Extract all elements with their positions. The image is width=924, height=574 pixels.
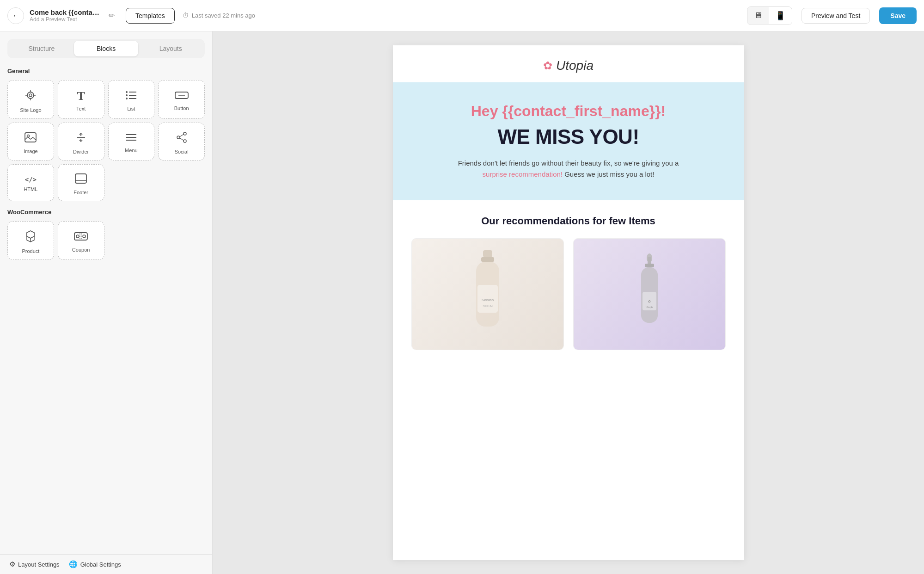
email-hero-title: WE MISS YOU! — [421, 125, 716, 148]
clock-icon: ⏱ — [182, 12, 189, 19]
desktop-icon: 🖥 — [754, 11, 762, 20]
preview-area: ✿ Utopia Hey {{contact_first_name}}! WE … — [213, 31, 924, 574]
woo-blocks-grid: Product Coupon — [7, 221, 205, 260]
svg-point-24 — [184, 140, 186, 142]
device-switcher: 🖥 📱 — [747, 6, 792, 25]
block-site-logo[interactable]: Site Logo — [7, 80, 54, 119]
general-section-label: General — [7, 68, 205, 74]
global-settings-icon: 🌐 — [69, 560, 78, 568]
svg-line-26 — [180, 138, 184, 141]
svg-text:Skinibo: Skinibo — [481, 298, 494, 302]
svg-point-22 — [184, 132, 186, 135]
svg-rect-14 — [25, 133, 36, 142]
email-products-grid: Skinibo SERUM — [411, 238, 726, 350]
block-site-logo-label: Site Logo — [20, 107, 41, 113]
block-product-label: Product — [22, 248, 39, 254]
email-header: ✿ Utopia — [393, 45, 744, 82]
tab-structure[interactable]: Structure — [9, 41, 74, 56]
block-list-label: List — [127, 106, 135, 111]
block-social[interactable]: Social — [158, 123, 205, 160]
block-footer-label: Footer — [73, 190, 88, 195]
svg-point-1 — [29, 94, 32, 97]
main-layout: Structure Blocks Layouts General — [0, 31, 924, 574]
block-product[interactable]: Product — [7, 221, 54, 260]
woocommerce-section-label: WooCommerce — [7, 209, 205, 216]
last-saved-indicator: ⏱ Last saved 22 mins ago — [182, 12, 255, 19]
global-settings-button[interactable]: 🌐 Global Settings — [69, 560, 121, 568]
back-button[interactable]: ← — [7, 7, 24, 24]
email-subtitle: Add a Preview Text — [30, 16, 99, 23]
desktop-device-button[interactable]: 🖥 — [747, 7, 769, 24]
email-variable: {{contact_first_name}}! — [502, 103, 666, 119]
save-button[interactable]: Save — [879, 7, 917, 24]
block-divider[interactable]: Divider — [58, 123, 104, 160]
block-divider-label: Divider — [73, 149, 89, 154]
email-recommendations: Our recommendations for few Items Skinib… — [393, 200, 744, 365]
svg-text:Utopia: Utopia — [645, 306, 653, 309]
svg-point-0 — [27, 92, 34, 99]
divider-icon — [75, 131, 87, 145]
surprise-link[interactable]: surprise recommendation! — [483, 170, 563, 178]
block-image-label: Image — [24, 148, 38, 154]
list-icon — [125, 90, 137, 102]
email-canvas: ✿ Utopia Hey {{contact_first_name}}! WE … — [393, 45, 744, 560]
site-logo-icon — [24, 89, 37, 104]
svg-text:SERUM: SERUM — [483, 305, 493, 308]
edit-icon[interactable]: ✏ — [107, 9, 116, 22]
layout-settings-icon: ⚙ — [9, 560, 15, 568]
image-icon — [24, 132, 37, 145]
block-footer[interactable]: Footer — [58, 164, 104, 201]
block-coupon[interactable]: Coupon — [58, 221, 104, 260]
block-button[interactable]: Button — [158, 80, 205, 119]
topbar: ← Come back {{conta… Add a Preview Text … — [0, 0, 924, 31]
product-image-2: ✿ Utopia — [574, 239, 725, 350]
topbar-title-group: Come back {{conta… Add a Preview Text — [30, 8, 99, 23]
layout-settings-button[interactable]: ⚙ Layout Settings — [9, 560, 60, 568]
tab-layouts[interactable]: Layouts — [138, 41, 203, 56]
svg-rect-41 — [648, 257, 651, 264]
email-recs-title: Our recommendations for few Items — [411, 215, 726, 227]
html-icon: </> — [25, 176, 37, 183]
coupon-icon — [74, 231, 88, 243]
logo-flower-icon: ✿ — [543, 59, 552, 72]
menu-icon — [125, 133, 137, 144]
panel-content: General Site Logo — [0, 58, 212, 554]
panel-footer: ⚙ Layout Settings 🌐 Global Settings — [0, 554, 212, 574]
mobile-icon: 📱 — [775, 11, 785, 21]
general-blocks-grid: Site Logo T Text — [7, 80, 205, 201]
block-text[interactable]: T Text — [58, 80, 104, 119]
svg-point-23 — [177, 136, 180, 139]
block-text-label: Text — [76, 106, 86, 111]
svg-rect-42 — [645, 264, 654, 267]
left-panel: Structure Blocks Layouts General — [0, 31, 213, 574]
block-button-label: Button — [174, 105, 189, 111]
email-greeting: Hey {{contact_first_name}}! — [421, 103, 716, 120]
block-coupon-label: Coupon — [72, 247, 90, 253]
svg-point-10 — [126, 94, 128, 96]
svg-point-31 — [83, 235, 86, 238]
mobile-device-button[interactable]: 📱 — [769, 7, 792, 25]
block-html[interactable]: </> HTML — [7, 164, 54, 201]
tab-blocks[interactable]: Blocks — [74, 41, 139, 56]
logo-text: Utopia — [556, 58, 594, 73]
text-icon: T — [77, 90, 85, 102]
templates-button[interactable]: Templates — [126, 8, 175, 24]
product-card-1: Skinibo SERUM — [411, 238, 564, 350]
email-logo: ✿ Utopia — [393, 58, 744, 73]
block-list[interactable]: List — [108, 80, 155, 119]
svg-point-9 — [126, 91, 128, 93]
svg-rect-35 — [481, 257, 494, 262]
block-social-label: Social — [175, 149, 189, 154]
email-title: Come back {{conta… — [30, 8, 99, 16]
block-menu-label: Menu — [125, 148, 138, 153]
svg-point-30 — [76, 235, 79, 238]
product-image-1: Skinibo SERUM — [412, 239, 563, 350]
social-icon — [176, 131, 188, 145]
panel-tabs: Structure Blocks Layouts — [7, 39, 205, 58]
block-menu[interactable]: Menu — [108, 123, 155, 160]
svg-rect-34 — [483, 250, 492, 257]
preview-and-test-button[interactable]: Preview and Test — [802, 8, 870, 24]
block-image[interactable]: Image — [7, 123, 54, 160]
back-icon: ← — [12, 12, 18, 19]
email-hero: Hey {{contact_first_name}}! WE MISS YOU!… — [393, 82, 744, 200]
